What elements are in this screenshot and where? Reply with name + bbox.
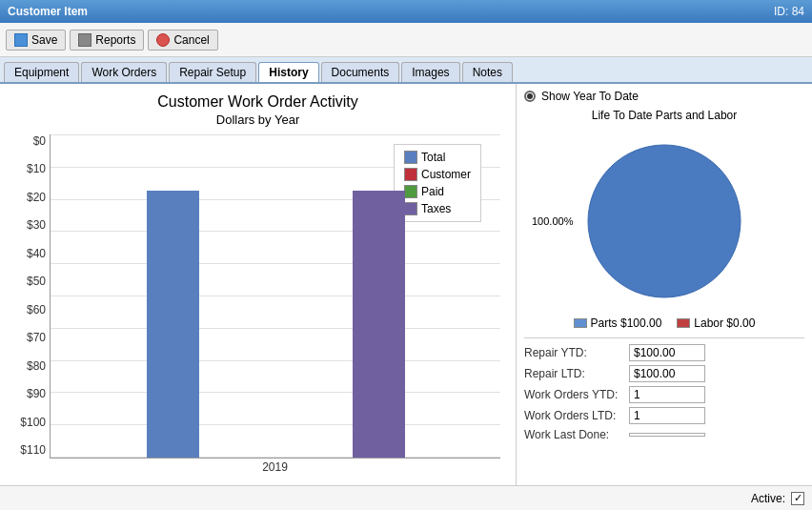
bar-taxes <box>353 191 405 458</box>
wo-ltd-label: Work Orders LTD: <box>524 409 629 422</box>
y-axis: $110 $100 $90 $80 $70 $60 $50 $40 $30 $2… <box>15 134 50 476</box>
stat-work-last-done: Work Last Done: <box>524 428 804 441</box>
pie-chart-svg <box>579 135 750 307</box>
repair-ytd-value: $100.00 <box>629 344 705 361</box>
save-button[interactable]: Save <box>6 30 66 51</box>
active-label: Active: <box>751 492 785 505</box>
x-labels: 2019 <box>50 459 500 476</box>
repair-ytd-label: Repair YTD: <box>524 346 629 359</box>
bar-chart-container: $110 $100 $90 $80 $70 $60 $50 $40 $30 $2… <box>15 134 500 476</box>
wo-ytd-value: 1 <box>629 386 705 403</box>
stat-wo-ytd: Work Orders YTD: 1 <box>524 386 804 403</box>
chart-inner: Total Customer Paid Taxes <box>50 134 500 476</box>
stat-repair-ytd: Repair YTD: $100.00 <box>524 344 804 361</box>
reports-label: Reports <box>95 33 135 47</box>
show-year-label: Show Year To Date <box>541 90 639 103</box>
tab-equipment[interactable]: Equipment <box>4 62 79 82</box>
bar-total-rect <box>147 191 199 458</box>
work-last-done-label: Work Last Done: <box>524 428 629 441</box>
pie-legend: Parts $100.00 Labor $0.00 <box>524 316 804 330</box>
svg-point-0 <box>588 145 741 297</box>
pie-legend-labor: Labor $0.00 <box>677 316 755 330</box>
right-panel: Show Year To Date Life To Date Parts and… <box>517 84 812 485</box>
bar-taxes-rect <box>353 191 405 458</box>
parts-swatch <box>574 318 587 328</box>
active-checkbox[interactable]: ✓ <box>791 492 804 505</box>
repair-ltd-value: $100.00 <box>629 365 705 382</box>
stat-repair-ltd: Repair LTD: $100.00 <box>524 365 804 382</box>
labor-swatch <box>677 318 690 328</box>
toolbar: Save Reports Cancel <box>0 23 812 57</box>
cancel-icon <box>156 33 170 47</box>
chart-plot: Total Customer Paid Taxes <box>50 134 500 459</box>
title-bar: Customer Item ID: 84 <box>0 0 812 23</box>
bars-group <box>51 134 500 458</box>
tab-history[interactable]: History <box>258 62 318 84</box>
reports-icon <box>78 33 91 47</box>
tab-images[interactable]: Images <box>401 62 459 82</box>
cancel-button[interactable]: Cancel <box>148 30 217 51</box>
parts-label: Parts $100.00 <box>591 316 662 330</box>
tab-documents[interactable]: Documents <box>321 62 400 82</box>
main-content: Customer Work Order Activity Dollars by … <box>0 84 812 485</box>
tab-notes[interactable]: Notes <box>462 62 513 82</box>
window-id: ID: 84 <box>774 5 804 18</box>
show-year-radio[interactable] <box>524 91 536 102</box>
status-bar: Active: ✓ <box>0 485 812 510</box>
labor-label: Labor $0.00 <box>694 316 755 330</box>
repair-ltd-label: Repair LTD: <box>524 367 629 380</box>
stat-wo-ltd: Work Orders LTD: 1 <box>524 407 804 424</box>
tabs-bar: Equipment Work Orders Repair Setup Histo… <box>0 57 812 84</box>
wo-ytd-label: Work Orders YTD: <box>524 388 629 401</box>
chart-title: Customer Work Order Activity <box>157 93 357 111</box>
save-label: Save <box>31 33 57 47</box>
pie-chart-title: Life To Date Parts and Labor <box>524 109 804 122</box>
pie-container: 100.00% <box>524 126 804 316</box>
window-title: Customer Item <box>8 5 88 18</box>
show-year-bar: Show Year To Date <box>524 90 804 103</box>
pie-legend-parts: Parts $100.00 <box>574 316 662 330</box>
stats-table: Repair YTD: $100.00 Repair LTD: $100.00 … <box>524 337 804 445</box>
bar-total <box>147 191 199 458</box>
bar-chart-area: Customer Work Order Activity Dollars by … <box>0 84 517 485</box>
tab-repair-setup[interactable]: Repair Setup <box>169 62 256 82</box>
pie-label: 100.00% <box>532 215 573 227</box>
save-icon <box>14 33 28 47</box>
wo-ltd-value: 1 <box>629 407 705 424</box>
checkmark-icon: ✓ <box>794 492 802 504</box>
work-last-done-value <box>629 433 705 437</box>
reports-button[interactable]: Reports <box>70 30 144 51</box>
tab-work-orders[interactable]: Work Orders <box>81 62 167 82</box>
chart-subtitle: Dollars by Year <box>216 112 299 127</box>
cancel-label: Cancel <box>173 33 209 47</box>
